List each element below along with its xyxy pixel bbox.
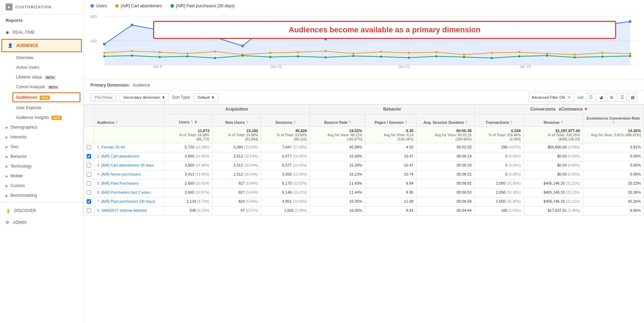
filter-edit-button[interactable]: edit	[577, 95, 583, 99]
audience-link[interactable]: Female 25-44	[101, 145, 125, 149]
audience-link[interactable]: [AiR] Past Purchasers	[101, 181, 139, 185]
sort-arrow-icon: ▼	[211, 95, 215, 99]
svg-point-56	[242, 55, 244, 57]
table-row: 4. [AiR] Never purchasers 3,413 (13.95%)…	[84, 170, 644, 179]
svg-point-44	[463, 54, 465, 56]
bulb-icon: 💡	[6, 208, 11, 213]
sidebar-sub-audiences[interactable]: Audiences NEW	[13, 92, 80, 102]
sidebar-sub-cohort-analysis[interactable]: Cohort Analysis BETA	[0, 82, 83, 92]
secondary-dimension-dropdown[interactable]: Secondary dimension ▼	[120, 93, 169, 102]
audience-link[interactable]: [AiR] Past purchasers [30 days]	[101, 199, 155, 203]
row-sessions: 4,851 (10.63%)	[261, 197, 310, 207]
row-checkbox-input[interactable]	[87, 199, 91, 204]
sidebar-technology[interactable]: ▶ Technology	[0, 161, 83, 171]
row-new-users: 2,512 (16.54%)	[212, 161, 261, 170]
sidebar-behavior[interactable]: ▶ Behavior	[0, 152, 83, 161]
sidebar-item-realtime[interactable]: ◉ REAL-TIME	[0, 26, 83, 38]
row-number: 4.	[97, 172, 100, 176]
plot-rows-button[interactable]: Plot Rows	[90, 93, 117, 102]
sidebar-sub-overview[interactable]: Overview	[0, 53, 83, 63]
legend-cart-label: [AiR] Cart abandoners	[121, 3, 162, 8]
row-pages-session: 4.52	[365, 143, 416, 152]
legend-cart-abandoners: [AiR] Cart abandoners	[115, 3, 162, 8]
audience-link[interactable]: [AiR] Purchasers last 2 years	[101, 190, 151, 194]
sidebar-item-audience[interactable]: 👤 AUDIENCE	[1, 39, 82, 52]
audience-link[interactable]: [AiR] Cart abandoners	[101, 154, 139, 158]
row-avg-session: 00:06:59	[416, 197, 475, 207]
compare-view-button[interactable]: ▦	[628, 93, 637, 102]
users-header: Users ? ⇩	[164, 114, 213, 127]
row-checkbox[interactable]	[84, 161, 94, 170]
totals-new-users-sub: % of Total: 24.88% (61,054)	[228, 133, 258, 141]
row-checkbox[interactable]	[84, 170, 94, 179]
row-checkbox-input[interactable]	[87, 145, 91, 150]
pie-view-button[interactable]: ◕	[597, 93, 606, 102]
svg-point-41	[380, 51, 382, 53]
audience-label: AUDIENCE	[16, 43, 38, 48]
sidebar-interests[interactable]: ▶ Interests	[0, 132, 83, 142]
row-users: 3,660 (14.96%)	[164, 152, 213, 161]
user-explorer-label: User Explorer	[16, 105, 41, 110]
ecommerce-rate-header: Ecommerce Conversion Rate ?	[583, 114, 644, 127]
sidebar-sub-lifetime-value[interactable]: Lifetime Value BETA	[0, 72, 83, 82]
svg-point-55	[214, 57, 216, 59]
totals-rev-val: $1,297,877.40	[556, 129, 580, 133]
chart-legend: Users [AiR] Cart abandoners [AiR] Past p…	[90, 3, 637, 8]
audience-link[interactable]: [AiR] Never purchasers	[101, 172, 141, 176]
sidebar-sub-user-explorer[interactable]: User Explorer	[0, 103, 83, 113]
discover-label: DISCOVER	[14, 208, 36, 213]
totals-transactions: 6,549 % of Total: 319.46% (2,050)	[475, 127, 524, 143]
sidebar-sub-active-users[interactable]: Active Users	[0, 63, 83, 72]
row-checkbox-input[interactable]	[87, 154, 91, 159]
sidebar-discover[interactable]: 💡 DISCOVER	[0, 205, 83, 217]
totals-rev-sub: % of Total: 320.35% ($405,146.33)	[548, 133, 580, 141]
row-transactions: 2,050 (31.30%)	[475, 188, 524, 197]
row-checkbox-input[interactable]	[87, 208, 91, 213]
filter-view-button[interactable]: ☰	[618, 93, 627, 102]
sidebar-admin[interactable]: ⚙ ADMIN	[0, 217, 83, 228]
audience-link[interactable]: [AiR] Cart abandoners 30 days	[101, 163, 153, 167]
filter-clear-button[interactable]: ✕	[567, 95, 571, 100]
sidebar-geo[interactable]: ▶ Geo	[0, 142, 83, 152]
svg-point-64	[463, 56, 465, 58]
sidebar-benchmarking[interactable]: ▶ Benchmarking	[0, 191, 83, 200]
audience-link[interactable]: GMN2017 Intense Athletes	[101, 208, 147, 212]
row-audience: 5. [AiR] Past Purchasers	[94, 179, 164, 188]
totals-revenue: $1,297,877.40 % of Total: 320.35% ($405,…	[524, 127, 583, 143]
admin-label: ADMIN	[13, 220, 26, 225]
sidebar-custom[interactable]: ▶ Custom	[0, 181, 83, 191]
row-sessions: 6,146 (13.47%)	[261, 188, 310, 197]
help-icon: ?	[116, 120, 118, 124]
row-users: 3,413 (13.95%)	[164, 170, 213, 179]
totals-ecomm-val: 14.35%	[628, 129, 641, 133]
row-audience: 6. [AiR] Purchasers last 2 years	[94, 188, 164, 197]
mobile-label: Mobile	[10, 173, 23, 178]
row-checkbox[interactable]	[84, 207, 94, 216]
row-pages-session: 10.47	[365, 152, 416, 161]
sidebar-mobile[interactable]: ▶ Mobile	[0, 171, 83, 181]
row-revenue: $17,637.81 (1.36%)	[524, 207, 583, 216]
sidebar-demographics[interactable]: ▶ Demographics	[0, 122, 83, 132]
row-checkbox[interactable]	[84, 179, 94, 188]
list-view-button[interactable]: ≣	[607, 93, 616, 102]
sidebar-sub-audience-insights[interactable]: Audience Insights NEW	[0, 113, 83, 122]
sort-type-dropdown[interactable]: Default ▼	[194, 93, 219, 102]
reports-label: Reports	[0, 14, 83, 26]
ecommerce-dropdown[interactable]: eCommerce ▼	[559, 107, 588, 112]
row-checkbox[interactable]	[84, 143, 94, 152]
svg-point-68	[574, 56, 576, 58]
legend-past-purchasers: [AiR] Past purchasers [30 days]	[170, 3, 234, 8]
row-checkbox-input[interactable]	[87, 190, 91, 195]
row-checkbox[interactable]	[84, 152, 94, 161]
row-revenue: $405,146.33 (31.22%)	[524, 179, 583, 188]
grid-view-button[interactable]: ☷	[586, 93, 595, 102]
row-checkbox-input[interactable]	[87, 172, 91, 177]
row-number: 2.	[97, 154, 100, 158]
expand-icon: ▶	[6, 135, 8, 139]
row-checkbox[interactable]	[84, 197, 94, 207]
totals-new-users-val: 15,192	[246, 129, 258, 133]
row-checkbox[interactable]	[84, 188, 94, 197]
row-checkbox-input[interactable]	[87, 163, 91, 168]
row-checkbox-input[interactable]	[87, 181, 91, 186]
row-new-users: 2,512 (16.54%)	[212, 170, 261, 179]
